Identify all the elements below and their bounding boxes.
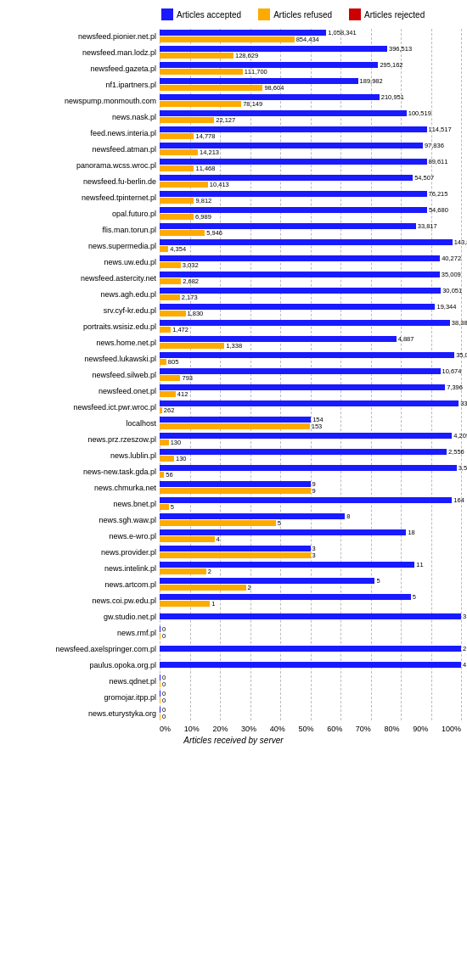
server-label: news.supermedia.pl <box>4 242 160 250</box>
accepted-value: 5 <box>413 593 416 601</box>
table-row: news.agh.edu.pl30,0512,173 <box>4 287 463 301</box>
accepted-bar <box>160 433 452 439</box>
refused-value: 805 <box>168 358 179 366</box>
server-label: news.qdnet.pl <box>4 677 160 686</box>
table-row: srv.cyf-kr.edu.pl19,3441,830 <box>4 303 463 317</box>
refused-bar <box>160 456 174 462</box>
x-label-90: 90% <box>413 725 428 733</box>
x-label-30: 30% <box>241 725 256 733</box>
server-label: gromojar.itpp.pl <box>4 693 160 702</box>
x-label-20: 20% <box>212 725 228 733</box>
server-label: news.nask.pl <box>4 113 160 121</box>
legend-accepted: Articles accepted <box>161 8 241 20</box>
accepted-bar <box>160 143 423 148</box>
accepted-bar <box>160 481 311 487</box>
refused-value: 5,946 <box>206 229 222 237</box>
refused-bar <box>160 327 171 333</box>
legend-rejected: Articles rejected <box>349 8 425 20</box>
accepted-value: 4 <box>463 661 466 669</box>
accepted-value: 164 <box>453 496 464 504</box>
accepted-value: 97,836 <box>425 142 444 149</box>
refused-bar <box>160 36 295 42</box>
table-row: newsfeed.silweb.pl10,674793 <box>4 367 463 382</box>
accepted-value: 54,507 <box>414 174 434 182</box>
x-axis-title: Articles received by server <box>183 736 283 745</box>
refused-value: 11,468 <box>195 165 215 172</box>
refused-bar <box>160 359 166 365</box>
accepted-bar <box>160 384 445 390</box>
x-label-10: 10% <box>184 725 200 733</box>
accepted-value: 11 <box>416 561 423 568</box>
server-label: news.sgh.waw.pl <box>4 516 160 524</box>
table-row: newsfeed.tpinternet.pl76,2159,812 <box>4 190 463 204</box>
server-label: flis.man.torun.pl <box>4 226 160 234</box>
refused-bar <box>160 391 176 397</box>
server-label: newsfeed.tpinternet.pl <box>4 193 160 202</box>
accepted-value: 40,272 <box>442 255 461 262</box>
refused-value: 2,682 <box>183 277 199 285</box>
server-label: news.lublin.pl <box>4 451 160 460</box>
server-label: newsfeed.gazeta.pl <box>4 64 160 73</box>
refused-bar <box>160 472 164 478</box>
server-label: nf1.ipartners.pl <box>4 81 160 89</box>
legend-accepted-label: Articles accepted <box>177 10 241 20</box>
refused-value: 22,127 <box>216 116 235 124</box>
table-row: news.intelink.pl112 <box>4 561 463 575</box>
server-label: news-new.task.gda.pl <box>4 468 160 476</box>
refused-bar <box>160 53 234 59</box>
accepted-value: 33,817 <box>418 222 437 230</box>
x-label-70: 70% <box>356 725 371 733</box>
refused-bar <box>160 85 262 91</box>
refused-value: 2,173 <box>182 294 198 301</box>
accepted-value: 114,517 <box>429 126 452 133</box>
accepted-value: 3,599 <box>459 464 467 472</box>
accepted-bar <box>160 529 406 535</box>
accepted-bar <box>160 465 457 471</box>
accepted-value: 2 <box>463 645 466 652</box>
x-label-50: 50% <box>298 725 313 733</box>
refused-bar <box>160 568 206 574</box>
table-row: newsfeed.astercity.net35,0092,682 <box>4 271 463 285</box>
server-label: newsfeed.pionier.net.pl <box>4 32 160 41</box>
x-label-40: 40% <box>270 725 285 733</box>
refused-bar <box>160 117 214 123</box>
table-row: news.uw.edu.pl40,2723,032 <box>4 255 463 269</box>
refused-bar <box>160 407 162 413</box>
accepted-bar <box>160 562 414 568</box>
table-row: newsfeed.man.lodz.pl396,513128,629 <box>4 45 463 59</box>
refused-bar <box>160 552 311 558</box>
legend-accepted-icon <box>161 8 173 20</box>
accepted-value: 189,982 <box>360 77 383 85</box>
table-row: news.coi.pw.edu.pl51 <box>4 593 463 608</box>
server-label: newsfeed.onet.pl <box>4 387 160 395</box>
server-label: localhost <box>4 419 160 428</box>
refused-value: 262 <box>164 406 175 414</box>
accepted-value: 210,951 <box>381 93 404 101</box>
refused-value: 98,604 <box>264 84 284 92</box>
server-label: opal.futuro.pl <box>4 210 160 218</box>
refused-bar <box>160 198 194 204</box>
server-label: newspump.monmouth.com <box>4 97 160 105</box>
x-label-100: 100% <box>442 725 461 733</box>
x-label-0: 0% <box>160 725 171 733</box>
refused-bar <box>160 294 180 300</box>
accepted-value: 30,051 <box>442 287 462 294</box>
accepted-value: 76,215 <box>429 190 448 198</box>
refused-value: 56 <box>166 471 172 479</box>
refused-bar <box>160 343 224 349</box>
refused-value: 412 <box>177 390 188 398</box>
server-label: newsfeed.fu-berlin.de <box>4 177 160 186</box>
accepted-bar <box>160 223 416 229</box>
server-label: news.prz.rzeszow.pl <box>4 435 160 444</box>
server-label: portraits.wsisiz.edu.pl <box>4 322 160 331</box>
refused-value: 1 <box>211 600 215 608</box>
refused-bar <box>160 165 194 171</box>
refused-bar <box>160 423 310 429</box>
table-row: news.prz.rzeszow.pl4,209130 <box>4 432 463 446</box>
refused-bar <box>160 440 169 445</box>
server-label: news.intelink.pl <box>4 564 160 573</box>
accepted-bar <box>160 662 461 668</box>
refused-bar <box>160 375 180 381</box>
server-label: newsfeed.axelspringer.com.pl <box>4 645 160 653</box>
table-row: news.e-wro.pl184 <box>4 529 463 543</box>
